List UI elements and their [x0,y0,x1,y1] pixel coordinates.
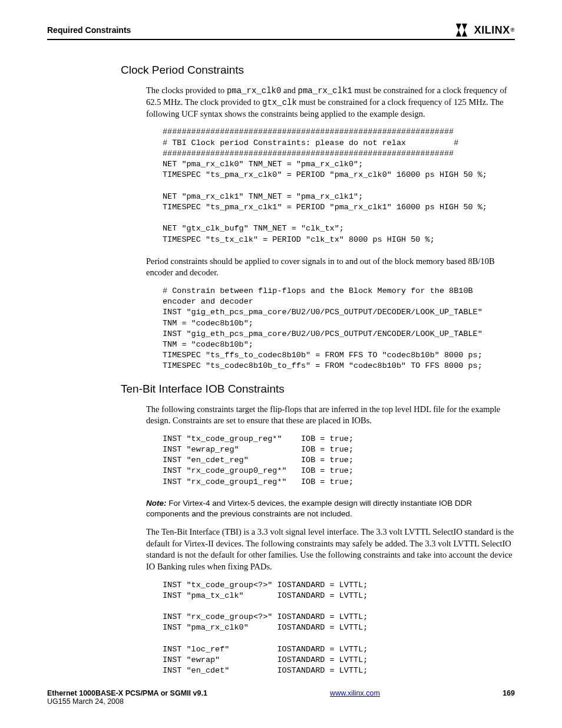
section-title: Required Constraints [47,25,131,35]
svg-marker-1 [462,24,467,30]
note-text: For Virtex-4 and Virtex-5 devices, the e… [146,499,472,518]
code-inline: pma_rx_clk0 [227,86,281,95]
xilinx-logo-icon [456,24,472,37]
footer-doc-info: Ethernet 1000BASE-X PCS/PMA or SGMII v9.… [47,689,207,706]
footer-title: Ethernet 1000BASE-X PCS/PMA or SGMII v9.… [47,689,207,697]
page-footer: Ethernet 1000BASE-X PCS/PMA or SGMII v9.… [47,689,515,706]
code-block-iob: INST "tx_code_group_reg*" IOB = true; IN… [163,434,515,487]
code-block-8b10b: # Constrain between flip-flops and the B… [163,286,515,372]
footer-page-number: 169 [503,689,515,706]
code-block-clock-constraints: ########################################… [163,127,515,245]
registered-mark: ® [511,27,515,33]
xilinx-logo: XILINX® [456,24,515,37]
paragraph-intro: The clocks provided to pma_rx_clk0 and p… [146,85,515,120]
svg-marker-0 [456,24,461,37]
note-block: Note: For Virtex-4 and Virtex-5 devices,… [146,498,515,519]
paragraph-tbi: The Ten-Bit Interface (TBI) is a 3.3 vol… [146,526,515,572]
page-header: Required Constraints XILINX® [47,24,515,40]
paragraph-period: Period constraints should be applied to … [146,256,515,279]
heading-tenbit-iob: Ten-Bit Interface IOB Constraints [121,383,515,396]
note-label: Note: [146,499,167,508]
footer-sub: UG155 March 24, 2008 [47,697,124,706]
main-content: Clock Period Constraints The clocks prov… [124,64,515,677]
code-inline: pma_rx_clk1 [298,86,352,95]
heading-clock-period: Clock Period Constraints [121,64,515,77]
code-block-iostandard: INST "tx_code_group<?>" IOSTANDARD = LVT… [163,580,515,677]
svg-marker-2 [462,30,467,37]
paragraph-iob-intro: The following constraints target the fli… [146,404,515,427]
code-inline: gtx_clk [262,98,297,107]
footer-link[interactable]: www.xilinx.com [330,689,380,706]
xilinx-logo-text: XILINX [474,24,510,37]
